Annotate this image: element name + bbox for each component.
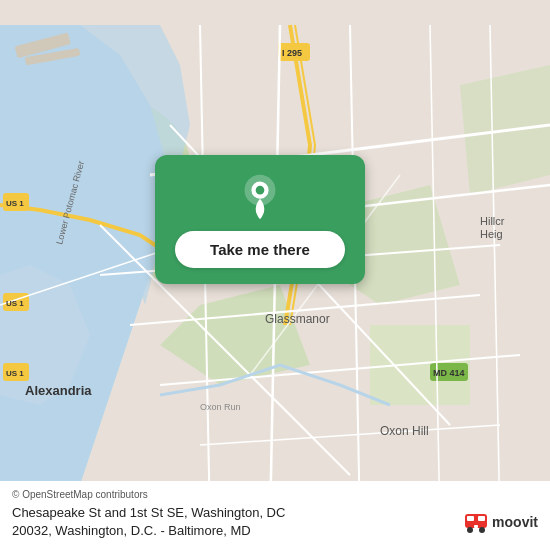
svg-text:US 1: US 1 [6,369,24,378]
moovit-text: moovit [492,514,538,530]
address-line2: 20032, Washington, D.C. - Baltimore, MD [12,523,251,538]
moovit-logo: moovit [462,508,538,536]
svg-rect-34 [478,516,485,521]
svg-text:Oxon Hill: Oxon Hill [380,424,429,438]
svg-rect-33 [467,516,474,521]
svg-text:Glassmanor: Glassmanor [265,312,330,326]
map-container: Alexandria Glassmanor Oxon Hill Hillcr H… [0,0,550,550]
svg-text:I 295: I 295 [282,48,302,58]
svg-point-35 [467,527,473,533]
green-card: Take me there [155,155,365,284]
address-line1: Chesapeake St and 1st St SE, Washington,… [12,505,285,520]
map-attribution: © OpenStreetMap contributors [12,489,538,500]
svg-text:Oxon Run: Oxon Run [200,402,241,412]
moovit-bus-icon [462,508,490,536]
take-me-there-button[interactable]: Take me there [175,231,345,268]
svg-point-36 [479,527,485,533]
svg-text:MD 414: MD 414 [433,368,465,378]
bottom-bar: © OpenStreetMap contributors Chesapeake … [0,481,550,550]
svg-text:Hillcr: Hillcr [480,215,505,227]
location-pin-icon [236,173,284,221]
svg-point-31 [256,186,265,195]
svg-text:US 1: US 1 [6,299,24,308]
svg-text:Alexandria: Alexandria [25,383,92,398]
location-card: Take me there [155,155,365,284]
svg-text:US 1: US 1 [6,199,24,208]
address-text: Chesapeake St and 1st St SE, Washington,… [12,504,462,540]
address-row: Chesapeake St and 1st St SE, Washington,… [12,504,538,540]
svg-rect-37 [474,525,478,528]
moovit-icon-wrapper: moovit [462,508,538,536]
svg-text:Heig: Heig [480,228,503,240]
